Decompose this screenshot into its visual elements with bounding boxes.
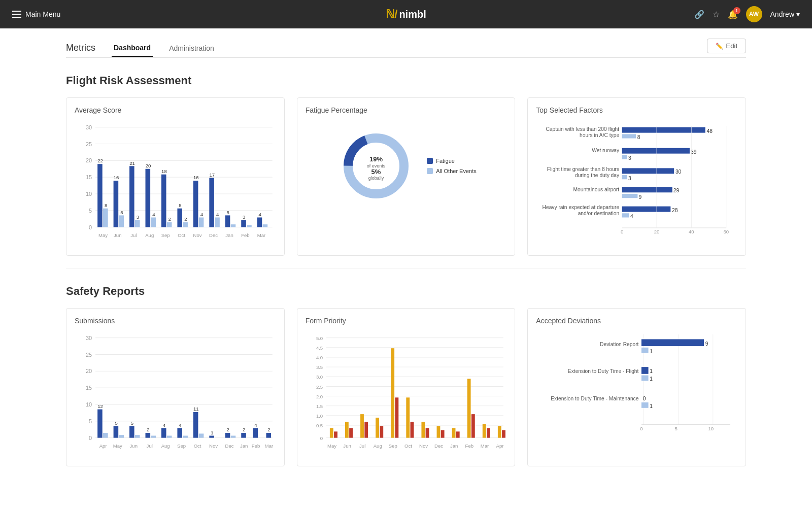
safety-reports-title: Safety Reports	[66, 285, 746, 298]
svg-text:Aug: Aug	[373, 443, 382, 449]
edit-button[interactable]: ✏️ Edit	[707, 39, 746, 53]
svg-text:4: 4	[216, 212, 219, 217]
safety-reports-charts: Submissions 30 25 20 15 10 5 0	[66, 308, 746, 466]
svg-rect-49	[209, 178, 214, 227]
tabs-area: Metrics Dashboard Administration ✏️ Edit	[66, 28, 746, 58]
svg-text:20: 20	[654, 229, 660, 234]
svg-text:3: 3	[137, 214, 139, 220]
svg-text:1: 1	[650, 349, 653, 354]
svg-rect-15	[103, 209, 108, 227]
svg-text:0: 0	[89, 435, 92, 441]
svg-text:2: 2	[168, 216, 171, 222]
logo-text: nimbl	[399, 9, 426, 20]
svg-text:4: 4	[179, 422, 182, 428]
svg-rect-206	[421, 422, 425, 437]
svg-text:2: 2	[243, 427, 245, 433]
svg-text:Jan: Jan	[225, 232, 233, 238]
svg-text:Jun: Jun	[130, 443, 138, 449]
svg-text:11: 11	[193, 406, 199, 412]
submissions-title: Submissions	[75, 317, 276, 325]
svg-text:Dec: Dec	[434, 443, 443, 449]
svg-text:4: 4	[254, 422, 257, 428]
svg-text:20: 20	[146, 163, 151, 168]
svg-rect-76	[622, 134, 636, 138]
svg-text:Nov: Nov	[193, 232, 202, 238]
svg-text:Apr: Apr	[496, 443, 504, 449]
svg-rect-157	[241, 433, 246, 438]
svg-rect-39	[177, 209, 182, 227]
svg-text:Jan: Jan	[240, 443, 248, 449]
svg-text:20: 20	[86, 157, 92, 163]
svg-rect-213	[456, 432, 459, 438]
avg-score-svg: 30 25 20 15 10 5 0 22 8 May	[75, 120, 276, 245]
svg-text:4: 4	[163, 422, 166, 428]
svg-rect-131	[135, 435, 140, 437]
user-menu[interactable]: Andrew ▾	[770, 10, 800, 18]
svg-text:Sep: Sep	[161, 232, 170, 238]
navbar-right: 🔗 ☆ 🔔 1 AW Andrew ▾	[694, 6, 800, 22]
flight-risk-section: Flight Risk Assessment Average Score	[66, 58, 746, 268]
svg-rect-210	[441, 430, 444, 438]
svg-text:0: 0	[643, 396, 646, 401]
svg-text:and/or destination: and/or destination	[578, 211, 620, 216]
svg-text:0: 0	[89, 224, 92, 230]
main-menu-label: Main Menu	[25, 10, 60, 18]
top-factors-card: Top Selected Factors Captain with less t…	[527, 97, 746, 256]
svg-text:4: 4	[259, 212, 262, 217]
star-icon[interactable]: ☆	[713, 10, 720, 19]
svg-text:10: 10	[86, 191, 92, 197]
svg-rect-85	[622, 168, 674, 174]
top-factors-svg: Captain with less than 200 flight hours …	[536, 120, 737, 235]
svg-text:1: 1	[650, 377, 653, 382]
tab-administration[interactable]: Administration	[167, 40, 216, 56]
svg-text:12: 12	[97, 403, 103, 409]
svg-rect-58	[241, 220, 246, 227]
svg-text:0: 0	[640, 426, 643, 431]
svg-rect-54	[225, 215, 230, 227]
svg-text:25: 25	[86, 141, 92, 147]
safety-reports-section: Safety Reports Submissions 30 25 20 15	[66, 268, 746, 479]
svg-text:May: May	[113, 443, 122, 449]
svg-text:2: 2	[184, 216, 187, 222]
fatigue-legend: Fatigue All Other Events	[427, 158, 476, 174]
svg-rect-221	[498, 426, 501, 438]
svg-text:8: 8	[179, 202, 181, 208]
svg-text:Jun: Jun	[114, 232, 121, 238]
svg-rect-142	[177, 428, 182, 438]
main-menu-button[interactable]: Main Menu	[12, 10, 60, 18]
svg-text:Flight time greater than 8 hou: Flight time greater than 8 hours	[547, 166, 619, 172]
deviations-title: Accepted Deviations	[536, 317, 737, 325]
svg-text:hours in A/C type: hours in A/C type	[580, 132, 619, 138]
svg-text:Apr: Apr	[99, 443, 108, 449]
link-icon[interactable]: 🔗	[694, 10, 704, 19]
form-priority-card: Form Priority 5.0 4.5	[297, 308, 516, 466]
svg-text:3: 3	[628, 176, 631, 181]
notification-bell[interactable]: 🔔 1	[728, 10, 738, 19]
fatigue-card: Fatigue Percentage 19% of events 5% glob…	[297, 97, 516, 256]
svg-text:Oct: Oct	[404, 443, 412, 449]
svg-text:Heavy rain expected at departu: Heavy rain expected at departure	[543, 205, 620, 210]
svg-text:Jun: Jun	[343, 443, 351, 449]
svg-rect-150	[209, 436, 214, 438]
svg-rect-19	[114, 181, 119, 227]
fatigue-label: Fatigue	[436, 158, 455, 164]
svg-text:0: 0	[320, 435, 323, 441]
svg-rect-222	[502, 430, 505, 438]
avatar: AW	[746, 6, 762, 22]
top-factors-title: Top Selected Factors	[536, 106, 737, 114]
svg-text:Deviation Report: Deviation Report	[600, 342, 638, 347]
page-title: Metrics	[66, 43, 95, 53]
svg-text:globally: globally	[368, 176, 384, 181]
svg-rect-122	[97, 410, 103, 438]
edit-icon: ✏️	[716, 43, 723, 50]
svg-text:2.0: 2.0	[316, 394, 323, 399]
other-dot	[427, 168, 433, 174]
svg-text:Dec: Dec	[209, 232, 218, 238]
svg-text:5: 5	[120, 210, 123, 215]
svg-text:Mar: Mar	[480, 443, 489, 449]
svg-text:Feb: Feb	[252, 443, 260, 449]
navbar: Main Menu ℕ/ nimbl 🔗 ☆ 🔔 1 AW Andrew ▾	[0, 0, 812, 28]
tab-dashboard[interactable]: Dashboard	[112, 40, 153, 57]
legend-fatigue: Fatigue	[427, 158, 476, 164]
svg-rect-34	[161, 175, 166, 227]
